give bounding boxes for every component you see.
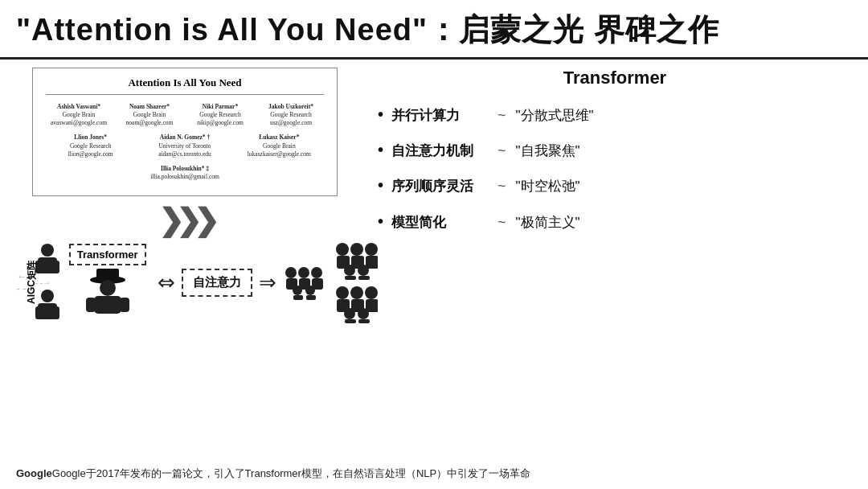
svg-point-22 bbox=[305, 286, 315, 295]
feature-tilde-4: ~ bbox=[497, 212, 506, 232]
svg-point-20 bbox=[293, 286, 302, 295]
far-right-groups bbox=[333, 241, 378, 323]
triple-arrow-icon: ❯❯❯ bbox=[158, 203, 211, 238]
center-person-large-icon bbox=[84, 265, 131, 322]
svg-rect-43 bbox=[358, 319, 370, 323]
svg-rect-13 bbox=[120, 298, 129, 312]
svg-point-14 bbox=[285, 267, 297, 278]
feature-item-3: • 序列顺序灵活 ~ "时空松弛" bbox=[378, 174, 852, 196]
svg-rect-41 bbox=[345, 319, 356, 323]
feature-key-1: 并行计算力 bbox=[391, 106, 488, 125]
bullet-1: • bbox=[378, 103, 383, 125]
svg-point-28 bbox=[365, 243, 378, 256]
transformer-box: Transformer bbox=[69, 244, 146, 265]
svg-point-0 bbox=[41, 244, 54, 257]
right-double-arrow: ⇔ bbox=[158, 270, 175, 295]
paper-box: Attention Is All You Need Ashish Vaswani… bbox=[32, 68, 338, 196]
left-side: ←- - - - -→ bbox=[16, 243, 60, 323]
svg-rect-33 bbox=[358, 276, 370, 280]
left-panel: Attention Is All You Need Ashish Vaswani… bbox=[16, 68, 354, 458]
bullet-3: • bbox=[378, 174, 383, 196]
author-6: Aidan N. Gomez* † University of Toronto … bbox=[140, 134, 229, 158]
svg-rect-31 bbox=[345, 276, 356, 280]
bullet-2: • bbox=[378, 138, 383, 161]
author-8: Illia Polosukhin* ‡ illia.polosukhin@gma… bbox=[150, 165, 219, 181]
far-right-group-bottom-icon bbox=[333, 285, 378, 323]
page-title: "Attention is All You Need"：启蒙之光 界碑之作 bbox=[16, 10, 852, 51]
diagram-row: ←- - - - -→ bbox=[16, 241, 354, 323]
svg-point-4 bbox=[41, 290, 54, 302]
svg-rect-7 bbox=[53, 306, 59, 319]
svg-rect-23 bbox=[306, 295, 316, 300]
feature-item-2: • 自注意力机制 ~ "自我聚焦" bbox=[378, 138, 852, 161]
feature-item-1: • 并行计算力 ~ "分散式思维" bbox=[378, 103, 852, 125]
svg-point-30 bbox=[344, 265, 355, 276]
svg-point-34 bbox=[336, 286, 349, 299]
author-3: Niki Parmar* Google Research nikip@googl… bbox=[187, 103, 253, 127]
feature-value-2: "自我聚焦" bbox=[516, 142, 580, 161]
svg-rect-9 bbox=[96, 269, 119, 281]
feature-value-3: "时空松弛" bbox=[516, 177, 580, 196]
main-content: Attention Is All You Need Ashish Vaswani… bbox=[0, 60, 868, 458]
bullet-4: • bbox=[378, 210, 383, 232]
svg-rect-11 bbox=[94, 296, 121, 314]
authors-row3: Illia Polosukhin* ‡ illia.polosukhin@gma… bbox=[46, 165, 324, 181]
svg-point-10 bbox=[100, 280, 116, 296]
feature-tilde-1: ~ bbox=[497, 105, 506, 125]
svg-point-40 bbox=[344, 308, 355, 319]
footer: GoogleGoogle于2017年发布的一篇论文，引入了Transformer… bbox=[16, 466, 852, 481]
feature-value-4: "极简主义" bbox=[516, 213, 580, 232]
svg-point-26 bbox=[350, 243, 363, 256]
svg-point-18 bbox=[311, 267, 322, 278]
arrow-transformer: ❯❯❯ bbox=[158, 203, 211, 238]
svg-rect-21 bbox=[293, 295, 303, 300]
right-people-groups bbox=[283, 265, 325, 300]
svg-point-24 bbox=[336, 243, 349, 256]
authors-row1: Ashish Vaswani* Google Brain avaswani@go… bbox=[46, 103, 324, 127]
footer-text: GoogleGoogle于2017年发布的一篇论文，引入了Transformer… bbox=[16, 467, 530, 479]
right-panel: Transformer • 并行计算力 ~ "分散式思维" • 自注意力机制 ~… bbox=[354, 68, 852, 458]
feature-key-2: 自注意力机制 bbox=[391, 142, 488, 161]
aigc-label: AIGC矩阵 bbox=[25, 261, 39, 304]
diagram-section: AIGC矩阵 ←- - - bbox=[16, 241, 354, 323]
feature-tilde-2: ~ bbox=[497, 141, 506, 161]
author-2: Noam Shazeer* Google Brain noam@google.c… bbox=[117, 103, 182, 127]
author-1: Ashish Vaswani* Google Brain avaswani@go… bbox=[46, 103, 112, 127]
author-4: Jakob Uszkoreit* Google Research usz@goo… bbox=[258, 103, 324, 127]
svg-point-16 bbox=[298, 267, 309, 278]
svg-point-32 bbox=[358, 265, 369, 276]
feature-value-1: "分散式思维" bbox=[516, 106, 594, 125]
dash-arrows-mid: - -→ bbox=[35, 278, 59, 287]
svg-rect-6 bbox=[35, 306, 42, 319]
svg-point-36 bbox=[350, 286, 363, 299]
center-person-section: Transformer bbox=[69, 244, 146, 322]
people-group-top bbox=[283, 265, 325, 300]
author-7: Łukasz Kaiser* Google Brain lukaszkaiser… bbox=[235, 134, 324, 158]
right-panel-title: Transformer bbox=[378, 68, 852, 88]
feature-key-3: 序列顺序灵活 bbox=[391, 177, 488, 196]
author-5: Llion Jones* Google Research llion@googl… bbox=[46, 134, 135, 158]
page-header: "Attention is All You Need"：启蒙之光 界碑之作 bbox=[0, 0, 868, 60]
svg-point-38 bbox=[365, 286, 378, 299]
paper-title: Attention Is All You Need bbox=[46, 76, 324, 95]
authors-row2: Llion Jones* Google Research llion@googl… bbox=[46, 134, 324, 158]
svg-point-42 bbox=[358, 308, 369, 319]
feature-tilde-3: ~ bbox=[497, 176, 506, 196]
feature-list: • 并行计算力 ~ "分散式思维" • 自注意力机制 ~ "自我聚焦" • 序列… bbox=[378, 103, 852, 245]
feature-item-4: • 模型简化 ~ "极简主义" bbox=[378, 210, 852, 232]
far-right-group-top-icon bbox=[333, 241, 378, 280]
feature-key-4: 模型简化 bbox=[391, 213, 488, 232]
people-group-top-icon bbox=[283, 265, 325, 300]
svg-rect-3 bbox=[53, 261, 59, 273]
self-attention-box: 自注意力 bbox=[182, 269, 252, 297]
svg-rect-12 bbox=[86, 298, 96, 312]
right-double-arrow-2: ⇒ bbox=[259, 270, 276, 295]
